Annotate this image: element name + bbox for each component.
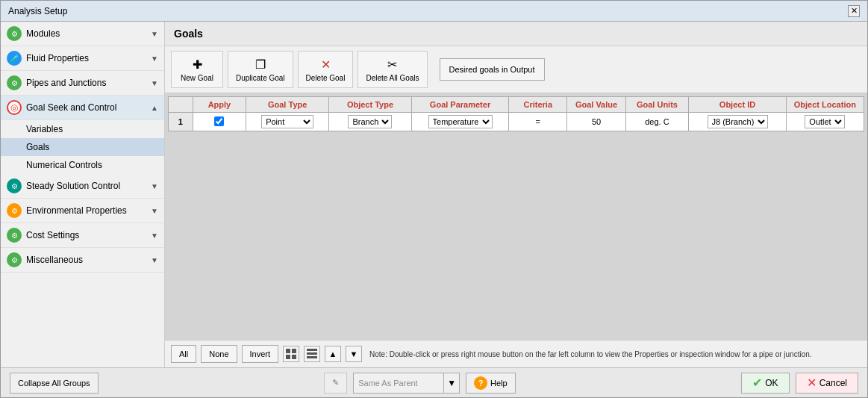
goal-seek-icon: ◎ <box>7 100 22 115</box>
all-button[interactable]: All <box>171 345 196 363</box>
sidebar-item-misc[interactable]: ⚙ Miscellaneous ▼ <box>1 248 164 273</box>
apply-checkbox[interactable] <box>214 116 224 126</box>
sidebar-sub-numerical-controls[interactable]: Numerical Controls <box>1 156 164 174</box>
fluid-arrow: ▼ <box>151 55 158 63</box>
sidebar-goal-seek-label: Goal Seek and Control <box>26 102 116 113</box>
note-text: Note: Double-click or press right mouse … <box>369 350 812 358</box>
col-header-goal-value: Goal Value <box>567 97 625 113</box>
sidebar-sub-goals[interactable]: Goals <box>1 138 164 156</box>
main-content: ⚙ Modules ▼ 🧪 Fluid Properties ▼ ⚙ Pipes… <box>1 22 867 367</box>
object-type-select[interactable]: Branch Pipe <box>348 115 392 128</box>
same-as-parent-input <box>354 373 443 393</box>
sidebar-item-cost-settings[interactable]: ⚙ Cost Settings ▼ <box>1 223 164 248</box>
cancel-icon: ✕ <box>807 376 817 390</box>
table-bottom-toolbar: All None Invert ▲ ▼ Note: Double-click o… <box>165 340 867 367</box>
row-object-id-cell: J8 (Branch) J1 (Branch) <box>689 113 786 131</box>
table-row: 1 Point Objective <box>169 113 864 131</box>
col-header-object-id: Object ID <box>689 97 786 113</box>
row-object-type-cell: Branch Pipe <box>329 113 412 131</box>
list-view-button[interactable] <box>304 346 320 362</box>
row-goal-value-cell[interactable]: 50 <box>567 113 625 131</box>
svg-rect-1 <box>292 349 296 353</box>
svg-rect-5 <box>307 352 317 355</box>
help-button[interactable]: ? Help <box>466 373 516 394</box>
goal-type-select[interactable]: Point Objective <box>261 115 313 128</box>
cost-arrow: ▼ <box>151 231 158 240</box>
fluid-icon: 🧪 <box>7 51 22 66</box>
new-goal-button[interactable]: ✚ New Goal <box>171 51 223 88</box>
sidebar-item-fluid-properties[interactable]: 🧪 Fluid Properties ▼ <box>1 46 164 71</box>
modules-icon: ⚙ <box>7 26 22 41</box>
sidebar-env-label: Environmental Properties <box>26 205 127 216</box>
duplicate-goal-button[interactable]: ❐ Duplicate Goal <box>228 51 293 88</box>
object-id-select[interactable]: J8 (Branch) J1 (Branch) <box>708 115 768 128</box>
col-header-apply: Apply <box>193 97 246 113</box>
sidebar-pipes-label: Pipes and Junctions <box>26 78 106 88</box>
cost-icon: ⚙ <box>7 228 22 243</box>
same-as-parent-dropdown[interactable]: ▼ <box>443 373 459 393</box>
env-icon: ⚙ <box>7 203 22 218</box>
sidebar-item-steady-solution[interactable]: ⚙ Steady Solution Control ▼ <box>1 174 164 199</box>
goal-seek-arrow: ▲ <box>151 104 158 112</box>
sidebar-item-modules[interactable]: ⚙ Modules ▼ <box>1 22 164 46</box>
move-down-button[interactable]: ▼ <box>346 346 362 362</box>
svg-rect-0 <box>286 349 290 353</box>
help-label: Help <box>490 379 508 388</box>
row-object-location-cell: Outlet Inlet <box>786 113 864 131</box>
sidebar-cost-label: Cost Settings <box>26 230 79 240</box>
svg-rect-2 <box>286 355 290 359</box>
object-location-select[interactable]: Outlet Inlet <box>805 115 845 128</box>
col-header-object-location: Object Location <box>786 97 864 113</box>
analysis-setup-window: Analysis Setup ✕ ⚙ Modules ▼ 🧪 Fluid Pro… <box>0 0 868 398</box>
sidebar-sub-goals-label: Goals <box>26 142 49 152</box>
svg-rect-4 <box>307 349 317 351</box>
col-header-object-type: Object Type <box>329 97 412 113</box>
col-header-criteria: Criteria <box>509 97 567 113</box>
misc-arrow: ▼ <box>151 256 158 264</box>
help-icon: ? <box>474 376 487 390</box>
row-goal-param-cell: Temperature Pressure Flow Rate <box>411 113 508 131</box>
ok-button[interactable]: ✔ OK <box>741 373 789 394</box>
delete-all-goals-button[interactable]: ✂ Delete All Goals <box>357 51 427 88</box>
svg-rect-6 <box>307 356 317 358</box>
svg-rect-3 <box>292 355 296 359</box>
steady-arrow: ▼ <box>151 182 158 190</box>
new-goal-label: New Goal <box>181 74 213 82</box>
sidebar-sub-variables[interactable]: Variables <box>1 120 164 138</box>
pipes-arrow: ▼ <box>151 79 158 87</box>
move-up-button[interactable]: ▲ <box>325 346 341 362</box>
grid-view-button[interactable] <box>283 346 299 362</box>
invert-button[interactable]: Invert <box>242 345 279 363</box>
title-bar: Analysis Setup ✕ <box>1 1 867 22</box>
sidebar-item-pipes-junctions[interactable]: ⚙ Pipes and Junctions ▼ <box>1 71 164 96</box>
pipes-icon: ⚙ <box>7 75 22 90</box>
goals-table: Apply Goal Type Object Type Goal Paramet… <box>168 96 864 131</box>
right-panel: Goals ✚ New Goal ❐ Duplicate Goal ✕ Dele… <box>165 22 867 367</box>
sidebar: ⚙ Modules ▼ 🧪 Fluid Properties ▼ ⚙ Pipes… <box>1 22 165 367</box>
goals-toolbar: ✚ New Goal ❐ Duplicate Goal ✕ Delete Goa… <box>165 46 867 93</box>
collapse-all-button[interactable]: Collapse All Groups <box>10 373 99 394</box>
sidebar-sub-numerical-controls-label: Numerical Controls <box>26 160 102 170</box>
delete-goal-label: Delete Goal <box>306 74 346 82</box>
cancel-button[interactable]: ✕ Cancel <box>796 373 858 394</box>
sidebar-sub-variables-label: Variables <box>26 124 63 134</box>
sidebar-item-goal-seek[interactable]: ◎ Goal Seek and Control ▲ <box>1 96 164 120</box>
env-arrow: ▼ <box>151 207 158 215</box>
sidebar-steady-label: Steady Solution Control <box>26 181 120 191</box>
sidebar-item-environmental[interactable]: ⚙ Environmental Properties ▼ <box>1 199 164 223</box>
none-button[interactable]: None <box>201 345 237 363</box>
desired-goals-button[interactable]: Desired goals in Output <box>440 58 545 81</box>
delete-goal-button[interactable]: ✕ Delete Goal <box>298 51 354 88</box>
sidebar-fluid-label: Fluid Properties <box>26 53 89 63</box>
same-as-parent-edit-button[interactable]: ✎ <box>324 373 347 394</box>
sidebar-modules-label: Modules <box>26 28 60 39</box>
same-as-parent-container: ▼ <box>353 373 460 394</box>
close-button[interactable]: ✕ <box>848 5 860 17</box>
footer: Collapse All Groups ✎ ▼ ? Help ✔ OK ✕ Ca… <box>1 367 867 397</box>
row-apply-cell <box>193 113 246 131</box>
ok-icon: ✔ <box>752 376 762 390</box>
col-header-num <box>169 97 193 113</box>
new-goal-icon: ✚ <box>193 57 202 72</box>
goal-parameter-select[interactable]: Temperature Pressure Flow Rate <box>428 115 493 128</box>
cancel-label: Cancel <box>819 378 847 388</box>
